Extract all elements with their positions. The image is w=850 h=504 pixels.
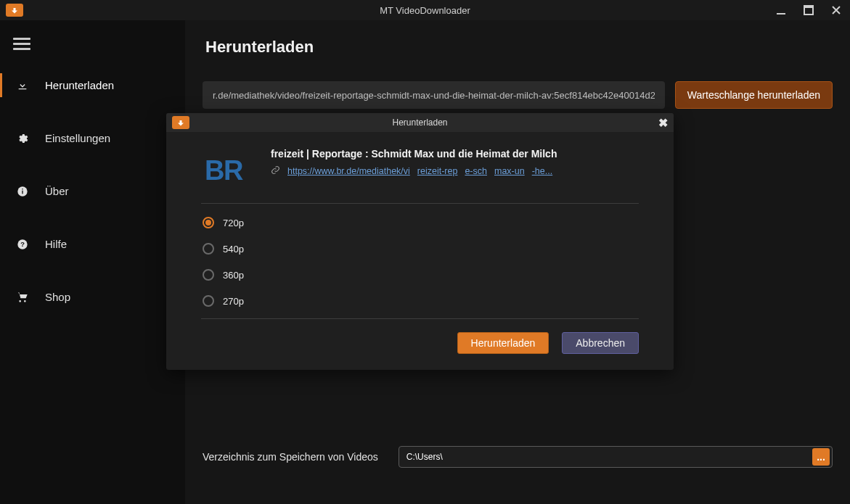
radio-icon <box>203 295 214 307</box>
svg-rect-4 <box>22 190 23 194</box>
gear-icon <box>16 133 29 144</box>
save-dir-label: Verzeichnis zum Speichern von Videos <box>203 451 378 463</box>
video-link-part[interactable]: reizeit-rep <box>417 166 458 176</box>
dialog-titlebar: Herunterladen ✖ <box>166 113 674 132</box>
app-logo-icon <box>6 4 23 17</box>
dialog-close-button[interactable]: ✖ <box>658 116 668 130</box>
resolution-label: 540p <box>223 244 244 255</box>
sidebar-item-label: Herunterladen <box>45 79 114 91</box>
sidebar-item-label: Über <box>45 185 69 197</box>
titlebar: MT VideoDownloader <box>0 0 850 20</box>
resolution-option-270p[interactable]: 270p <box>203 295 639 307</box>
sidebar-item-help[interactable]: ? Hilfe <box>0 232 185 256</box>
close-button[interactable] <box>831 5 841 15</box>
svg-text:R: R <box>224 155 243 186</box>
sidebar-item-download[interactable]: Herunterladen <box>0 73 185 97</box>
download-icon <box>16 80 29 91</box>
video-link-part[interactable]: -he... <box>532 166 553 176</box>
link-icon <box>271 165 280 177</box>
page-title: Herunterladen <box>205 38 833 57</box>
help-icon: ? <box>16 239 29 250</box>
video-link-part[interactable]: e-sch <box>465 166 487 176</box>
info-icon <box>16 186 29 197</box>
sidebar-item-label: Einstellungen <box>45 132 110 144</box>
provider-logo-icon: B R <box>201 148 252 191</box>
video-link-part[interactable]: max-un <box>494 166 525 176</box>
cart-icon <box>16 292 29 303</box>
svg-rect-5 <box>22 189 23 189</box>
divider <box>201 318 639 319</box>
resolution-label: 360p <box>223 270 244 281</box>
svg-text:?: ? <box>20 241 25 248</box>
browse-button[interactable]: ... <box>812 448 830 466</box>
app-logo-icon <box>172 116 189 129</box>
sidebar-item-settings[interactable]: Einstellungen <box>0 126 185 150</box>
resolution-option-360p[interactable]: 360p <box>203 269 639 281</box>
cancel-button[interactable]: Abbrechen <box>562 332 639 354</box>
save-dir-input[interactable] <box>399 452 810 462</box>
download-dialog: Herunterladen ✖ B R freizeit | Reportage… <box>166 113 674 370</box>
download-button[interactable]: Herunterladen <box>457 332 549 354</box>
svg-rect-2 <box>804 6 813 8</box>
svg-rect-0 <box>777 13 785 15</box>
dialog-title: Herunterladen <box>166 117 674 128</box>
resolution-option-540p[interactable]: 540p <box>203 243 639 255</box>
url-input[interactable] <box>203 81 665 109</box>
sidebar-item-about[interactable]: Über <box>0 179 185 203</box>
app-title: MT VideoDownloader <box>0 5 850 16</box>
maximize-button[interactable] <box>804 5 814 15</box>
radio-icon <box>203 243 214 255</box>
download-queue-button[interactable]: Warteschlange herunterladen <box>675 81 833 109</box>
radio-icon <box>203 269 214 281</box>
resolution-label: 720p <box>223 218 244 228</box>
divider <box>201 203 639 204</box>
video-title: freizeit | Reportage : Schmidt Max und d… <box>271 148 639 160</box>
sidebar-item-label: Hilfe <box>45 238 67 250</box>
video-link-part[interactable]: https://www.br.de/mediathek/vi <box>287 166 410 176</box>
resolution-option-720p[interactable]: 720p <box>203 217 639 228</box>
sidebar-item-label: Shop <box>45 291 70 303</box>
minimize-button[interactable] <box>776 5 786 15</box>
sidebar-item-shop[interactable]: Shop <box>0 285 185 309</box>
sidebar: Herunterladen Einstellungen Über <box>0 20 185 504</box>
svg-text:B: B <box>205 155 224 186</box>
radio-icon <box>203 217 214 228</box>
menu-toggle-button[interactable] <box>13 35 185 53</box>
resolution-label: 270p <box>223 296 244 307</box>
